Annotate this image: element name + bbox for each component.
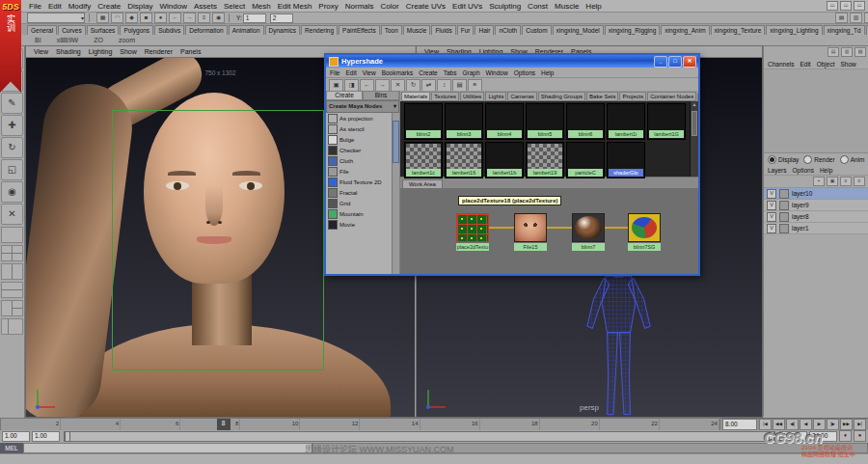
layer-mode-radio[interactable]: Display (768, 155, 799, 164)
node-connection[interactable] (547, 227, 574, 229)
shelf-button[interactable]: x8B9W (55, 37, 81, 43)
current-frame-marker[interactable]: 8 (217, 419, 231, 430)
shelf-tab[interactable]: xingxing_Rigging (605, 25, 661, 35)
hypershade-menu-item[interactable]: File (330, 69, 339, 76)
category-tab[interactable]: Cameras (507, 92, 536, 101)
material-swatch[interactable]: lambert1G (647, 103, 686, 140)
shelf-tab[interactable]: Dynamics (265, 25, 301, 35)
node-connection[interactable] (489, 227, 516, 229)
status-icon-button[interactable]: ← (169, 13, 181, 23)
layer-visibility-checkbox[interactable]: V (767, 224, 776, 233)
tool-button[interactable]: ◉ (1, 181, 23, 203)
menu-item[interactable]: Color (381, 2, 399, 11)
create-node-item[interactable]: As projection (326, 113, 399, 123)
hypershade-menu-item[interactable]: Graph (462, 69, 479, 76)
shading-node[interactable]: blinn7 (572, 213, 605, 251)
work-area-tab[interactable]: Work Area (402, 179, 443, 188)
layer-tool-button[interactable]: ≡ (840, 177, 852, 186)
create-panel-tab[interactable]: Create (326, 91, 363, 100)
shelf-tab[interactable]: Fluids (431, 25, 455, 35)
panel-menu-item[interactable]: Show (120, 48, 137, 55)
channelbox-menu-item[interactable]: Show (840, 61, 855, 68)
status-field-input[interactable]: 2 (270, 14, 293, 23)
layer-tool-button[interactable]: ≡ (854, 177, 865, 186)
panel-menu-item[interactable]: Panels (180, 48, 201, 55)
category-tab[interactable]: Projects (619, 92, 646, 101)
window-control-button[interactable]: _ (654, 56, 667, 68)
shelf-tab[interactable]: Hair (475, 25, 494, 35)
set-key-button[interactable]: ♦ (839, 430, 852, 442)
create-node-item[interactable]: Movie (326, 219, 399, 230)
shelf-tab[interactable]: Polygons (120, 25, 153, 35)
shelf-button[interactable]: ZO (92, 37, 105, 43)
shelf-tab[interactable]: xingxing_Model (553, 25, 604, 35)
menu-item[interactable]: Proxy (318, 2, 338, 11)
material-swatch[interactable]: lambert16 (445, 142, 483, 178)
create-node-item[interactable]: Fluid Texture 2D (326, 177, 399, 187)
material-swatch[interactable]: lambert1i (607, 103, 645, 140)
layers-menu-item[interactable]: Options (793, 167, 814, 174)
menu-item[interactable]: Edit UVs (452, 2, 482, 11)
layer-visibility-checkbox[interactable]: V (767, 212, 776, 222)
hypershade-menu-item[interactable]: Bookmarks (382, 69, 414, 76)
layout-two-pane-stacked-button[interactable] (1, 282, 23, 298)
hypershade-menu-item[interactable]: Tabs (444, 69, 457, 76)
menu-item[interactable]: File (29, 2, 41, 11)
layer-row[interactable]: V layer8 (764, 211, 868, 223)
shelf-tab[interactable]: Deformation (185, 25, 227, 35)
auto-key-button[interactable]: ● (854, 430, 866, 442)
shelf-tab[interactable]: Rendering (301, 25, 338, 35)
status-icon-button[interactable]: ● (154, 13, 167, 23)
shelf-tab[interactable]: Surfaces (87, 25, 120, 35)
material-swatch[interactable]: shaderGlo (607, 142, 645, 178)
material-swatch[interactable]: blinn2 (404, 103, 443, 140)
layer-visibility-checkbox[interactable]: V (767, 189, 776, 199)
materials-panel[interactable]: blinn2 blinn3 blinn4 (400, 101, 698, 177)
dock-icon-button[interactable]: ▤ (827, 47, 839, 57)
shelf-tab[interactable]: PaintEffects (339, 25, 380, 35)
channelbox-menu-item[interactable]: Edit (800, 61, 810, 68)
menu-item[interactable]: Mesh (252, 2, 271, 11)
material-swatch[interactable]: blinn3 (445, 103, 483, 140)
menu-item[interactable]: Help (585, 2, 601, 11)
material-swatch[interactable]: particleC (566, 142, 605, 178)
create-node-item[interactable]: Cloth (326, 155, 399, 166)
create-node-item[interactable]: Mountain (326, 208, 399, 219)
layer-visibility-checkbox[interactable]: V (767, 201, 776, 210)
layers-menu-item[interactable]: Layers (768, 167, 787, 174)
panel-menu-item[interactable]: Lighting (89, 48, 113, 55)
hypershade-menu-item[interactable]: Options (514, 69, 535, 76)
status-right-icon-button[interactable]: ▧ (864, 13, 868, 23)
category-tab[interactable]: Container Nodes (647, 92, 696, 101)
status-separator[interactable] (89, 14, 93, 22)
status-icon-button[interactable]: ▦ (96, 13, 109, 23)
hypershade-menu-item[interactable]: View (363, 69, 376, 76)
shelf-tab[interactable]: nCloth (495, 25, 521, 35)
playback-button[interactable]: ▶| (854, 419, 866, 430)
dock-icon-button[interactable]: ▥ (841, 47, 853, 57)
create-node-item[interactable]: As stencil (326, 123, 399, 134)
layout-two-pane-side-button[interactable] (1, 263, 23, 280)
layer-color-swatch[interactable] (779, 201, 789, 210)
shelf-tab[interactable]: xingxing_Texture (711, 25, 766, 35)
tool-button[interactable]: ✕ (1, 204, 23, 225)
create-nodes-header[interactable]: Create Maya Nodes ▾ (326, 100, 399, 113)
create-node-item[interactable]: File (326, 166, 399, 177)
menu-set-dropdown[interactable]: ▾ (27, 13, 85, 23)
shelf-tab[interactable]: Custom (522, 25, 551, 35)
create-list-scrollbar[interactable] (392, 113, 399, 274)
create-node-item[interactable]: Fractal (326, 187, 399, 198)
hypershade-menu-item[interactable]: Edit (345, 69, 356, 76)
hypershade-menu-item[interactable]: Window (486, 69, 508, 76)
current-frame-input[interactable]: 8.00 (722, 419, 757, 430)
tool-button[interactable]: ✚ (1, 115, 23, 136)
layer-row[interactable]: V layer10 (764, 188, 868, 200)
range-slider[interactable] (64, 431, 775, 442)
layer-row[interactable]: V layer1 (764, 223, 868, 234)
menu-item[interactable]: Assets (194, 2, 217, 11)
status-icon-button[interactable]: ◠ (111, 13, 123, 23)
command-input[interactable] (23, 443, 312, 453)
menubar-icon[interactable]: ▭ (827, 1, 838, 11)
create-panel-tab[interactable]: Bins (363, 91, 399, 100)
layer-color-swatch[interactable] (779, 212, 789, 222)
